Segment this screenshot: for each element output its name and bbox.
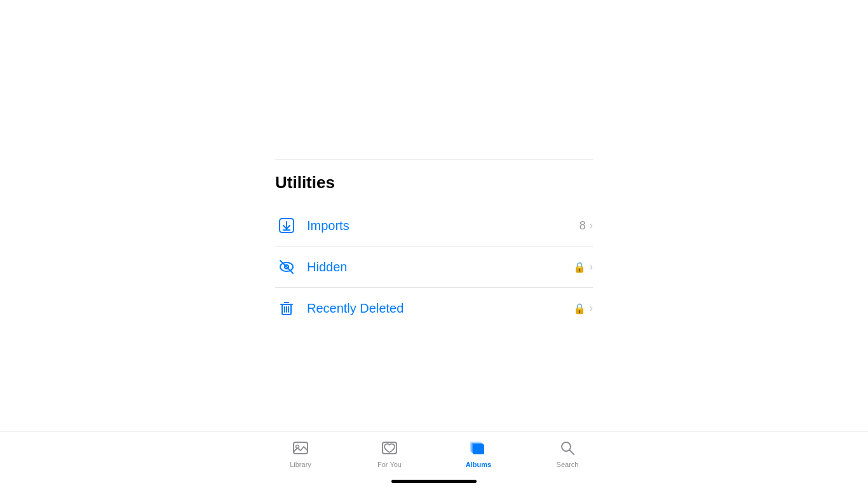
import-icon (275, 214, 298, 237)
for-you-tab-label: For You (377, 461, 402, 468)
search-tab-icon (557, 438, 578, 458)
imports-item[interactable]: Imports 8 › (275, 205, 593, 247)
tab-items: Library For You Albums (256, 438, 612, 468)
hidden-icon (275, 255, 298, 278)
for-you-tab-icon (379, 438, 400, 458)
content-area: Utilities Imports 8 › (275, 159, 593, 329)
albums-tab-icon (468, 438, 489, 458)
hidden-right: 🔒 › (573, 261, 593, 273)
svg-rect-17 (470, 442, 482, 452)
recently-deleted-chevron: › (590, 302, 593, 314)
imports-label: Imports (307, 219, 580, 233)
main-container: Utilities Imports 8 › (0, 0, 868, 488)
utilities-list: Imports 8 › Hidden 🔒 › (275, 205, 593, 329)
hidden-lock: 🔒 (573, 261, 586, 273)
tab-albums[interactable]: Albums (453, 438, 504, 468)
library-tab-label: Library (290, 461, 311, 468)
library-tab-icon (290, 438, 311, 458)
tab-search[interactable]: Search (542, 438, 593, 468)
imports-right: 8 › (580, 219, 593, 233)
imports-chevron: › (590, 220, 593, 231)
hidden-label: Hidden (307, 260, 573, 274)
top-divider (275, 159, 593, 160)
home-indicator (391, 480, 477, 483)
albums-tab-label: Albums (466, 461, 491, 468)
hidden-chevron: › (590, 261, 593, 273)
tab-for-you[interactable]: For You (364, 438, 415, 468)
svg-line-19 (570, 451, 574, 455)
trash-icon (275, 297, 298, 320)
hidden-item[interactable]: Hidden 🔒 › (275, 247, 593, 288)
recently-deleted-right: 🔒 › (573, 302, 593, 315)
search-tab-label: Search (557, 461, 579, 468)
recently-deleted-item[interactable]: Recently Deleted 🔒 › (275, 288, 593, 329)
recently-deleted-lock: 🔒 (573, 302, 586, 315)
recently-deleted-label: Recently Deleted (307, 301, 573, 316)
tab-library[interactable]: Library (275, 438, 326, 468)
utilities-title: Utilities (275, 173, 593, 193)
imports-count: 8 (580, 219, 586, 233)
